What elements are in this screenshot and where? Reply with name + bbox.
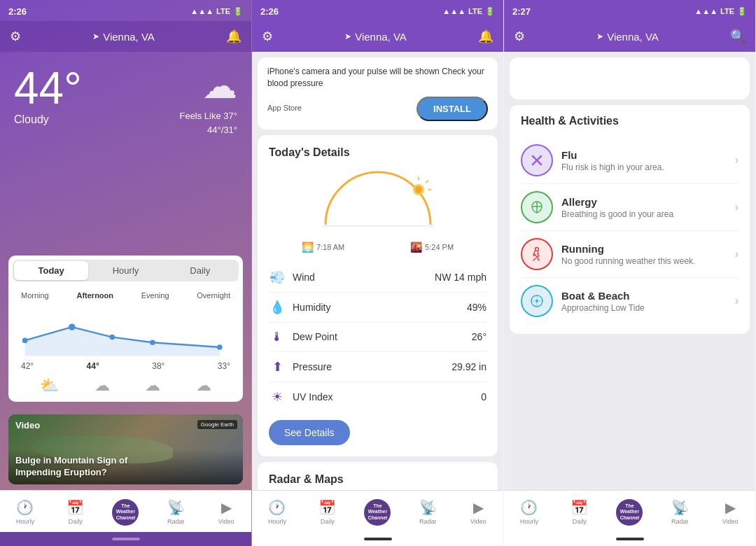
weather-channel-btn-1: TheWeatherChannel — [112, 499, 139, 526]
gear-icon-2[interactable]: ⚙ — [262, 29, 273, 44]
health-row-allergy[interactable]: Allergy Breathing is good in your area › — [521, 184, 738, 231]
weather-channel-btn-2: TheWeatherChannel — [364, 499, 391, 526]
notification-icon-2[interactable]: 🔔 — [478, 29, 493, 44]
header-bar-1: ⚙ ➤ Vienna, VA 🔔 — [0, 21, 251, 52]
location-label-1[interactable]: ➤ Vienna, VA — [92, 31, 155, 43]
status-bar-3: 2:27 ▲▲▲ LTE 🔋 — [504, 0, 755, 21]
health-title: Health & Activities — [521, 115, 738, 127]
health-row-running[interactable]: Running No good running weather this wee… — [521, 231, 738, 278]
header-bar-2: ⚙ ➤ Vienna, VA 🔔 — [252, 21, 503, 52]
nav-center-1[interactable]: TheWeatherChannel — [101, 499, 151, 526]
feels-like: Feels Like 37° — [179, 109, 237, 123]
allergy-sub: Breathing is good in your area — [561, 209, 735, 219]
nav-radar-label-2: Radar — [419, 518, 437, 525]
gear-icon-1[interactable]: ⚙ — [10, 29, 21, 44]
humidity-icon: 💧 — [269, 300, 286, 315]
health-row-boat[interactable]: Boat & Beach Approaching Low Tide › — [521, 278, 738, 324]
dewpoint-icon: 🌡 — [269, 330, 286, 344]
uv-value: 0 — [481, 391, 486, 402]
search-icon-3[interactable]: 🔍 — [730, 29, 746, 44]
nav-center-3[interactable]: TheWeatherChannel — [605, 499, 655, 526]
sun-arc-svg — [315, 169, 441, 232]
svg-point-4 — [150, 340, 155, 345]
gear-icon-3[interactable]: ⚙ — [514, 29, 525, 44]
flu-sub: Flu risk is high in your area. — [561, 162, 735, 172]
ad-text: iPhone's camera and your pulse will be s… — [267, 66, 488, 90]
nav-hourly-3[interactable]: 🕐 Hourly — [504, 499, 554, 525]
location-arrow-icon-3: ➤ — [596, 31, 603, 41]
panel-3-scroll[interactable]: Health & Activities Flu Flu risk is high… — [504, 52, 755, 490]
uv-label: UV Index — [293, 391, 333, 402]
detail-row-pressure: ⬆ Pressure 29.92 in — [269, 352, 486, 382]
nav-hourly-1[interactable]: 🕐 Hourly — [0, 499, 50, 525]
calendar-icon-1: 📅 — [66, 499, 84, 516]
tab-buttons: Today Hourly Daily — [13, 260, 239, 281]
nav-daily-label-3: Daily — [573, 518, 587, 525]
weather-channel-btn-3: TheWeatherChannel — [616, 499, 643, 526]
nav-radar-label-1: Radar — [167, 518, 185, 525]
wind-value: NW 14 mph — [435, 272, 486, 283]
nav-radar-1[interactable]: 📡 Radar — [150, 499, 201, 525]
flu-chevron: › — [735, 154, 738, 167]
running-sub: No good running weather this week. — [561, 256, 735, 266]
nav-radar-3[interactable]: 📡 Radar — [654, 499, 705, 525]
health-row-flu[interactable]: Flu Flu risk is high in your area. › — [521, 137, 738, 184]
location-text-3: Vienna, VA — [607, 31, 659, 43]
time-1: 2:26 — [8, 6, 27, 17]
temperature: 44° — [14, 66, 82, 111]
boat-icon — [528, 293, 545, 309]
tab-hourly[interactable]: Hourly — [88, 261, 162, 280]
nav-video-3[interactable]: ▶ Video — [705, 499, 755, 525]
notification-icon-1[interactable]: 🔔 — [226, 29, 241, 44]
google-earth-badge: Google Earth — [197, 420, 237, 429]
clock-icon-2: 🕐 — [268, 499, 286, 516]
location-label-2[interactable]: ➤ Vienna, VA — [344, 31, 407, 43]
see-details-button[interactable]: See Details — [269, 420, 350, 445]
boat-sub: Approaching Low Tide — [561, 303, 735, 313]
home-bar-2 — [364, 538, 392, 540]
home-indicator-3 — [504, 532, 755, 546]
svg-line-9 — [426, 181, 428, 183]
nav-video-2[interactable]: ▶ Video — [453, 499, 503, 525]
nav-daily-label-2: Daily — [321, 518, 335, 525]
ad-footer: App Store INSTALL — [267, 97, 488, 121]
nav-hourly-2[interactable]: 🕐 Hourly — [252, 499, 302, 525]
detail-row-humidity: 💧 Humidity 49% — [269, 293, 486, 323]
time-overnight: Overnight — [197, 291, 230, 300]
nav-video-1[interactable]: ▶ Video — [201, 499, 251, 525]
nav-daily-3[interactable]: 📅 Daily — [554, 499, 605, 525]
svg-point-5 — [217, 344, 223, 350]
temp-labels: 42° 44° 38° 33° — [18, 361, 233, 371]
radar-icon-3: 📡 — [671, 499, 689, 516]
location-text-1: Vienna, VA — [103, 31, 155, 43]
location-arrow-icon-1: ➤ — [92, 31, 99, 41]
header-bar-3: ⚙ ➤ Vienna, VA 🔍 — [504, 21, 755, 52]
install-button[interactable]: INSTALL — [416, 97, 488, 121]
panel-2-scroll[interactable]: iPhone's camera and your pulse will be s… — [252, 52, 503, 490]
svg-point-1 — [22, 338, 28, 344]
status-icons-1: ▲▲▲ LTE 🔋 — [190, 7, 243, 16]
tab-today[interactable]: Today — [14, 261, 88, 280]
time-labels: Morning Afternoon Evening Overnight — [18, 291, 233, 300]
nav-center-2[interactable]: TheWeatherChannel — [353, 499, 403, 526]
home-indicator-2 — [252, 532, 503, 546]
location-label-3[interactable]: ➤ Vienna, VA — [596, 31, 659, 43]
cloud-icon-morning: ⛅ — [40, 377, 59, 395]
boat-icon-wrap — [521, 285, 553, 317]
video-section[interactable]: Video Google Earth Bulge in Mountain Sig… — [8, 414, 243, 484]
battery-icon-1: 🔋 — [233, 7, 243, 16]
nav-daily-2[interactable]: 📅 Daily — [302, 499, 353, 525]
detail-row-wind: 💨 Wind NW 14 mph — [269, 262, 486, 293]
tab-daily[interactable]: Daily — [163, 261, 237, 280]
temperature-chart — [18, 302, 233, 358]
running-name: Running — [561, 243, 735, 255]
nav-radar-2[interactable]: 📡 Radar — [402, 499, 453, 525]
radar-title: Radar & Maps — [269, 473, 486, 486]
battery-icon-3: 🔋 — [737, 7, 747, 16]
pressure-icon: ⬆ — [269, 359, 286, 374]
running-icon — [528, 246, 545, 262]
svg-point-2 — [69, 323, 76, 330]
time-afternoon: Afternoon — [76, 291, 113, 300]
sunrise-icon: 🌅 — [302, 241, 314, 253]
nav-daily-1[interactable]: 📅 Daily — [50, 499, 101, 525]
